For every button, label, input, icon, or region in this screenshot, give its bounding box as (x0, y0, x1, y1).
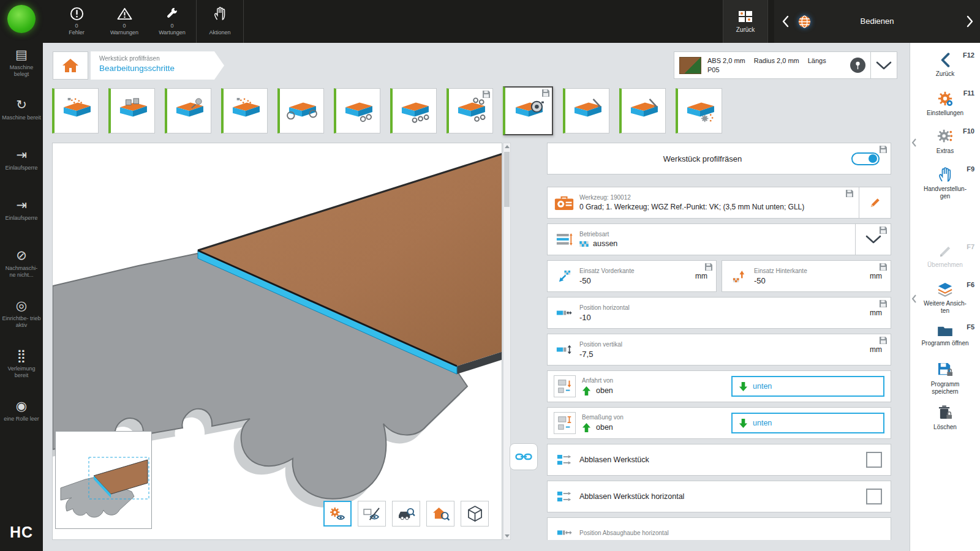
position-vertical-icon (554, 344, 575, 355)
machine-control-screen: { "topbar": { "status": [ {"icon": "erro… (0, 0, 980, 551)
status-count: 0 (123, 23, 126, 29)
scrollbar-thumb[interactable] (504, 152, 510, 207)
topbar: 0Fehler0Warnungen0WartungenAktionen Zurü… (43, 0, 980, 43)
pin-button[interactable] (850, 58, 865, 73)
sidebar-status-label: Einlaufsperre (3, 215, 39, 222)
field-einsatz-vorderkante[interactable]: Einsatz Vorderkante -50 mm (547, 260, 717, 292)
sidebar-status-nachmaschi-ne-nicht-: ⊘Nachmaschi- ne nicht... (0, 244, 43, 294)
bemassung-option-unten[interactable]: unten (731, 413, 884, 433)
views-layers-icon (937, 282, 953, 297)
home-button[interactable] (53, 51, 88, 80)
step-3-knife[interactable] (165, 88, 211, 133)
field-label: Einsatz Vorderkante (579, 268, 635, 274)
step-7-rollers3[interactable] (390, 88, 437, 133)
topbar-status-wartungen[interactable]: 0Wartungen (148, 0, 196, 43)
fkey-l-schen[interactable]: Löschen (910, 400, 980, 438)
windows-icon (738, 10, 753, 23)
anfahrt-option-oben[interactable]: oben (582, 386, 613, 396)
warning-icon (117, 6, 132, 21)
abblasen-horizontal-checkbox[interactable] (866, 489, 882, 504)
chevron-down-icon (865, 235, 881, 244)
field-einsatz-hinterkante[interactable]: Einsatz Hinterkante -50 mm (722, 260, 891, 292)
toggle-tool-display-button[interactable] (323, 501, 352, 527)
profilfraesen-toggle[interactable] (851, 152, 880, 165)
edge-material-panel[interactable]: ABS 2,0 mm Radius 2,0 mm Längs P05 (674, 51, 871, 79)
step-11-scraper[interactable] (619, 88, 666, 133)
chevron-down-icon (876, 61, 892, 70)
mode-bar: Bedienen (774, 0, 980, 43)
maintenance-icon (165, 6, 179, 21)
fkey-programm-speichern[interactable]: Programm speichern (910, 358, 980, 400)
abblasen-werkstueck-checkbox[interactable] (866, 452, 882, 468)
step-5-press[interactable] (277, 88, 324, 133)
fkey-F12[interactable]: F12Zurück (910, 48, 980, 86)
zoom-home-button[interactable] (426, 501, 454, 527)
card-betriebsart[interactable]: Betriebsart aussen (547, 223, 891, 255)
breadcrumb[interactable]: Werkstück profilfräsen Bearbeitungsschri… (91, 51, 224, 80)
fkey-F11[interactable]: F11Einstellungen (910, 86, 980, 124)
link-parameters-button[interactable] (510, 443, 538, 470)
fkey-label: Programm speichern (919, 381, 971, 395)
anfahrt-option-unten[interactable]: unten (731, 376, 884, 397)
card-werkzeug[interactable]: Werkzeug: 190012 0 Grad; 1. Werkzeug; WG… (547, 187, 891, 219)
nav-next-button[interactable] (967, 15, 974, 28)
error-icon (70, 6, 84, 21)
back-button[interactable]: Zurück (723, 0, 768, 43)
fkey-F9[interactable]: F9Handverstellun- gen (910, 162, 980, 205)
step-1-spray[interactable] (52, 88, 99, 133)
viewport-minimap[interactable] (55, 431, 152, 529)
fkey-number: F11 (963, 89, 974, 97)
step-12-finish[interactable] (676, 88, 722, 133)
hood-icon (554, 527, 575, 538)
field-position-horizontal[interactable]: Position horizontal -10 mm (547, 297, 891, 329)
trash-lock-icon (938, 405, 952, 421)
field-unit: mm (870, 309, 884, 317)
step-2-blocks[interactable] (108, 88, 155, 133)
step-9-mill[interactable] (503, 86, 553, 135)
bemassung-option-oben[interactable]: oben (582, 422, 624, 433)
view-3d-button[interactable] (461, 501, 489, 527)
scroll-down-icon[interactable] (505, 534, 510, 538)
status-count: 0 (75, 23, 78, 29)
option-label: unten (753, 419, 772, 427)
viewport-toolbar (323, 501, 489, 527)
sidebar-status-eine-rolle-leer: ◉eine Rolle leer (0, 394, 43, 444)
pencil-icon (869, 197, 881, 209)
topbar-status-fehler[interactable]: 0Fehler (53, 0, 100, 43)
fkey-label: Einstellungen (927, 110, 963, 117)
fkey-F6[interactable]: F6Weitere Ansich- ten (910, 277, 980, 320)
topbar-status-aktionen[interactable]: Aktionen (196, 0, 244, 43)
fkey-label: Weitere Ansich- ten (919, 300, 971, 315)
brand-logo: HC (0, 523, 43, 541)
zoom-aggregate-button[interactable] (392, 501, 420, 527)
field-position-absaughaube[interactable]: Position Absaughaube horizontal (547, 517, 891, 540)
step-6-rollers2[interactable] (334, 88, 380, 133)
scroll-up-icon[interactable] (505, 145, 510, 148)
expander-chevron-icon[interactable] (911, 138, 916, 147)
fkey-F5[interactable]: F5Programm öffnen (910, 320, 980, 358)
machine-busy-icon: ▤ (15, 48, 28, 61)
field-value: -50 (754, 276, 807, 285)
betriebsart-label: Betriebsart (579, 231, 617, 238)
fkey-label: Extras (937, 148, 954, 155)
field-position-vertikal[interactable]: Position vertikal -7,5 mm (547, 334, 891, 365)
infeed-lock-icon: ⇥ (16, 148, 27, 162)
hide-workpiece-button[interactable] (358, 501, 386, 527)
edit-tool-button[interactable] (859, 187, 891, 218)
topbar-status-warnungen[interactable]: 0Warnungen (100, 0, 148, 43)
material-swatch (679, 57, 701, 74)
field-value: -7,5 (579, 350, 622, 359)
fkey-spacer (910, 205, 980, 239)
panel-scrollbar[interactable] (503, 143, 511, 540)
step-8-rollersPair[interactable] (447, 88, 493, 133)
einsatz-front-icon (554, 269, 575, 283)
card-werkstueck-profilfraesen: Werkstück profilfräsen (547, 143, 891, 174)
material-dropdown-button[interactable] (870, 51, 897, 79)
fkey-F10[interactable]: F10Extras (910, 124, 980, 162)
field-unit: mm (695, 272, 710, 280)
step-4-spray[interactable] (221, 88, 268, 133)
expander-chevron-icon[interactable] (911, 294, 916, 303)
settings-gear-icon (937, 91, 953, 107)
fkey-label: Löschen (933, 424, 957, 431)
step-10-scraper[interactable] (563, 88, 609, 133)
